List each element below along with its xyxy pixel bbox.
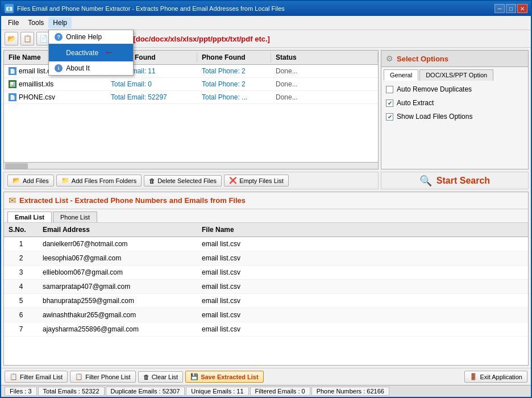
scrollbar-thumb (5, 163, 28, 169)
list-item[interactable]: 5 bhanupratap2559@gmail.com email list.c… (4, 294, 528, 308)
select-options-title: Select Options (397, 55, 448, 63)
list-item[interactable]: 4 samarpratap407@gmail.com email list.cs… (4, 280, 528, 294)
add-files-icon: 📂 (13, 177, 20, 184)
th-status: Status (271, 52, 378, 63)
status-filtered-emails: Filtered Emails : 0 (250, 387, 310, 396)
auto-remove-checkbox[interactable] (386, 86, 393, 93)
options-tabs: General DOC/XLS/PPT Option (381, 67, 528, 81)
fc-emails-3: Total Email: 52297 (106, 92, 197, 102)
exit-button[interactable]: 🚪 Exit Application (464, 371, 527, 383)
fc-emails-2: Total Email: 0 (106, 79, 197, 89)
email-table-header: S.No. Email Address File Name (4, 223, 528, 237)
list-item[interactable]: 3 elliebloom067@gmail.com email list.csv (4, 266, 528, 280)
empty-list-button[interactable]: ❌ Empty Files List (224, 175, 289, 186)
search-icon: 🔍 (419, 175, 432, 187)
er-email-2: leesophia067@gmail.com (38, 253, 197, 263)
menu-bar: File Tools Help ? Online Help Deactivate… (1, 16, 531, 30)
er-email-7: ajaysharma255896@gmail.com (38, 324, 197, 334)
tab-phone-list[interactable]: Phone List (53, 212, 97, 222)
eth-file: File Name (197, 225, 528, 235)
auto-extract-checkbox[interactable]: ✔ (386, 100, 393, 107)
status-unique-emails: Unique Emails : 11 (186, 387, 248, 396)
list-item[interactable]: 7 ajaysharma255896@gmail.com email list.… (4, 322, 528, 337)
clear-list-button[interactable]: 🗑 Clear List (138, 371, 183, 383)
er-email-5: bhanupratap2559@gmail.com (38, 296, 197, 306)
er-file-4: email list.csv (197, 281, 528, 292)
table-row[interactable]: 📊 emaillist.xls Total Email: 0 Total Pho… (4, 78, 378, 91)
delete-selected-button[interactable]: 🗑 Delete Selected Files (144, 175, 222, 186)
fc-name-2: 📊 emaillist.xls (4, 79, 106, 89)
er-email-4: samarpratap407@gmail.com (38, 281, 197, 292)
show-load-checkbox[interactable]: ✔ (386, 113, 393, 121)
eth-email: Email Address (38, 225, 197, 235)
er-email-3: elliebloom067@gmail.com (38, 267, 197, 277)
menu-file[interactable]: File (3, 17, 23, 28)
main-content: File Name Emails Found Phone Found Statu… (1, 48, 531, 368)
checkbox-show-load: ✔ Show Load Files Options (386, 113, 523, 121)
filter-phone-icon: 📋 (75, 373, 83, 380)
er-sno-3: 3 (4, 267, 38, 277)
add-folders-icon: 📁 (61, 177, 69, 184)
eth-sno: S.No. (4, 225, 38, 235)
about-item[interactable]: i About It (49, 61, 133, 75)
er-sno-7: 7 (4, 324, 38, 334)
toolbar-btn-2[interactable]: 📋 (20, 32, 34, 45)
tab-docxlsppt[interactable]: DOC/XLS/PPT Option (419, 69, 493, 81)
start-search-button[interactable]: 🔍 Start Search (419, 175, 490, 187)
fc-phone-1: Total Phone: 2 (197, 66, 271, 76)
extracted-title: Extracted List - Extracted Phone Numbers… (19, 196, 246, 205)
action-area: 📂 Add Files 📁 Add Files From Folders 🗑 D… (3, 172, 529, 189)
clear-icon: 🗑 (143, 374, 149, 380)
er-file-7: email list.csv (197, 324, 528, 334)
er-email-6: awinashthakur265@gmail.com (38, 310, 197, 320)
horizontal-scrollbar[interactable] (4, 162, 378, 169)
status-phone-numbers: Phone Numbers : 62166 (311, 387, 389, 396)
fc-phone-2: Total Phone: 2 (197, 79, 271, 89)
csv-icon-3: 📄 (9, 93, 16, 101)
status-bar: Files : 3 Total Emails : 52322 Duplicate… (1, 385, 531, 397)
add-files-button[interactable]: 📂 Add Files (7, 175, 54, 186)
maximize-button[interactable]: □ (506, 4, 516, 13)
er-email-1: danielkerr067@hotmail.com (38, 239, 197, 249)
title-bar-buttons: ─ □ ✕ (494, 4, 527, 13)
save-extracted-button[interactable]: 💾 Save Extracted List (185, 371, 264, 383)
deactivate-arrow: ← (104, 47, 114, 59)
fc-status-3: Done... (271, 92, 378, 102)
er-file-1: email list.csv (197, 239, 528, 249)
toolbar-btn-1[interactable]: 📂 (5, 32, 18, 45)
tab-email-list[interactable]: Email List (7, 212, 52, 222)
table-row[interactable]: 📄 PHONE.csv Total Email: 52297 Total Pho… (4, 91, 378, 104)
close-button[interactable]: ✕ (517, 4, 527, 13)
filter-phone-button[interactable]: 📋 Filter Phone List (70, 371, 135, 383)
fc-status-1: Done... (271, 66, 378, 76)
filter-email-icon: 📋 (10, 373, 18, 380)
list-item[interactable]: 6 awinashthakur265@gmail.com email list.… (4, 308, 528, 322)
er-file-5: email list.csv (197, 296, 528, 306)
er-sno-4: 4 (4, 281, 38, 292)
bottom-bar: 📋 Filter Email List 📋 Filter Phone List … (1, 368, 531, 385)
list-item[interactable]: 2 leesophia067@gmail.com email list.csv (4, 251, 528, 266)
extracted-section: ✉ Extracted List - Extracted Phone Numbe… (3, 192, 529, 366)
th-phone: Phone Found (197, 52, 271, 63)
er-sno-5: 5 (4, 296, 38, 306)
list-tabs: Email List Phone List (4, 209, 528, 223)
list-item[interactable]: 1 danielkerr067@hotmail.com email list.c… (4, 237, 528, 251)
title-bar: 📧 Files Email and Phone Number Extractor… (1, 1, 531, 16)
email-rows[interactable]: 1 danielkerr067@hotmail.com email list.c… (4, 237, 528, 365)
menu-help[interactable]: Help ? Online Help Deactivate ← i About … (48, 17, 72, 28)
filter-email-button[interactable]: 📋 Filter Email List (5, 371, 68, 383)
menu-tools[interactable]: Tools (23, 17, 48, 28)
main-window: 📧 Files Email and Phone Number Extractor… (0, 0, 532, 398)
deactivate-item[interactable]: Deactivate ← (49, 44, 133, 61)
minimize-button[interactable]: ─ (494, 4, 505, 13)
start-search-area: 🔍 Start Search (381, 172, 529, 189)
help-icon: ? (55, 33, 63, 41)
tab-general[interactable]: General (384, 69, 418, 81)
add-from-folders-button[interactable]: 📁 Add Files From Folders (56, 175, 142, 186)
csv-icon-1: 📄 (9, 67, 16, 75)
options-content: Auto Remove Duplicates ✔ Auto Extract ✔ … (381, 81, 528, 169)
file-rows: 📄 email list.csv Total Email: 11 Total P… (4, 65, 378, 162)
status-duplicate-emails: Duplicate Emails : 52307 (106, 387, 185, 396)
online-help-item[interactable]: ? Online Help (49, 30, 133, 44)
er-file-2: email list.csv (197, 253, 528, 263)
